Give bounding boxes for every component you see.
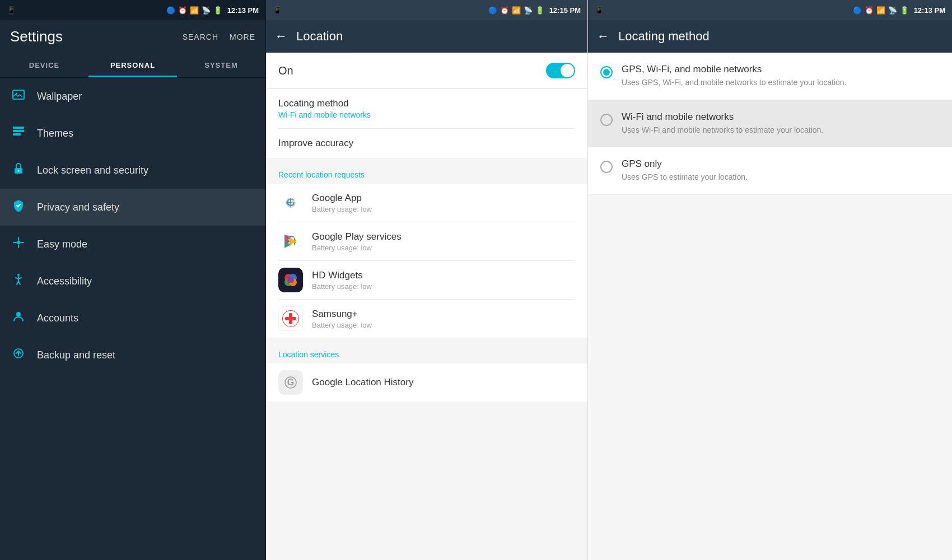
location-services-section: G Google Location History <box>266 363 587 402</box>
bluetooth-icon-2: 🔵 <box>488 6 497 15</box>
wifi-icon-2: 📶 <box>512 6 521 15</box>
status-time-3: 12:13 PM <box>914 6 945 15</box>
option-text-wifi-mobile: Wi-Fi and mobile networks Uses Wi-Fi and… <box>622 111 823 136</box>
tab-system[interactable]: SYSTEM <box>177 53 265 77</box>
play-services-icon <box>278 229 303 254</box>
signal-icon: 📡 <box>202 6 211 15</box>
svg-rect-29 <box>285 317 296 320</box>
option-text-gps-wifi-mobile: GPS, Wi-Fi, and mobile networks Uses GPS… <box>622 64 846 88</box>
bluetooth-icon: 🔵 <box>166 6 175 15</box>
accounts-label: Accounts <box>37 312 78 324</box>
signal-icon-2: 📡 <box>524 6 533 15</box>
menu-item-easy-mode[interactable]: Easy mode <box>0 226 265 263</box>
settings-title: Settings <box>10 28 63 45</box>
bluetooth-icon-3: 🔵 <box>853 6 862 15</box>
locating-method-title: Locating method <box>278 98 575 109</box>
locating-option-gps-wifi-mobile[interactable]: GPS, Wi-Fi, and mobile networks Uses GPS… <box>588 53 952 100</box>
themes-icon <box>10 125 27 142</box>
option-title-gps-only: GPS only <box>622 158 748 170</box>
status-left-3: 📱 <box>595 6 604 15</box>
tab-personal[interactable]: PERSONAL <box>88 53 177 77</box>
locating-method-back-button[interactable]: ← <box>597 29 609 44</box>
locating-method-title: Locating method <box>618 29 710 44</box>
status-bar-1: 📱 🔵 ⏰ 📶 📡 🔋 12:13 PM <box>0 0 265 20</box>
battery-icon: 🔋 <box>213 6 222 15</box>
backup-icon <box>10 347 27 363</box>
svg-rect-4 <box>13 133 21 136</box>
hd-widgets-info: HD Widgets Battery usage: low <box>312 270 372 291</box>
wallpaper-icon <box>10 88 27 105</box>
samsung-battery: Battery usage: low <box>312 321 372 329</box>
radio-gps-wifi-mobile[interactable] <box>600 66 613 78</box>
wifi-icon-3: 📶 <box>876 6 885 15</box>
google-location-history-item[interactable]: G Google Location History <box>266 363 587 402</box>
menu-item-accessibility[interactable]: Accessibility <box>0 263 265 300</box>
wallpaper-label: Wallpaper <box>37 91 82 102</box>
locating-options-list: GPS, Wi-Fi, and mobile networks Uses GPS… <box>588 53 952 560</box>
menu-item-themes[interactable]: Themes <box>0 115 265 152</box>
tab-device[interactable]: DEVICE <box>0 53 88 77</box>
locating-option-gps-only[interactable]: GPS only Uses GPS to estimate your locat… <box>588 147 952 195</box>
option-text-gps-only: GPS only Uses GPS to estimate your locat… <box>622 158 748 183</box>
location-services-header: Location services <box>266 342 587 363</box>
google-location-info: Google Location History <box>312 377 413 388</box>
status-right-3: 🔵 ⏰ 📶 📡 🔋 12:13 PM <box>853 6 945 15</box>
locating-method-panel: 📱 🔵 ⏰ 📶 📡 🔋 12:13 PM ← Locating method G… <box>588 0 952 560</box>
location-toggle[interactable] <box>546 63 575 78</box>
location-back-button[interactable]: ← <box>275 29 287 44</box>
phone-icon: 📱 <box>7 6 16 15</box>
option-desc-wifi-mobile: Uses Wi-Fi and mobile networks to estima… <box>622 125 823 136</box>
hd-widgets-item[interactable]: HD Widgets Battery usage: low <box>266 261 587 299</box>
svg-point-24 <box>287 277 294 283</box>
signal-icon-3: 📡 <box>888 6 897 15</box>
status-right: 🔵 ⏰ 📶 📡 🔋 12:13 PM <box>166 6 259 15</box>
google-app-item[interactable]: G Google App Battery usage: low <box>266 184 587 222</box>
more-button[interactable]: MORE <box>230 32 255 41</box>
samsung-name: Samsung+ <box>312 309 372 320</box>
option-title-gps-wifi-mobile: GPS, Wi-Fi, and mobile networks <box>622 64 846 75</box>
menu-item-wallpaper[interactable]: Wallpaper <box>0 78 265 115</box>
locating-method-subtitle: Wi-Fi and mobile networks <box>278 110 575 119</box>
status-right-2: 🔵 ⏰ 📶 📡 🔋 12:15 PM <box>488 6 581 15</box>
status-bar-2: 📱 🔵 ⏰ 📶 📡 🔋 12:15 PM <box>266 0 587 20</box>
google-location-name: Google Location History <box>312 377 413 388</box>
battery-icon-3: 🔋 <box>900 6 909 15</box>
recent-requests-header: Recent location requests <box>266 162 587 184</box>
samsung-info: Samsung+ Battery usage: low <box>312 309 372 329</box>
status-left-2: 📱 <box>273 6 282 15</box>
settings-panel: 📱 🔵 ⏰ 📶 📡 🔋 12:13 PM Settings SEARCH MOR… <box>0 0 266 560</box>
locating-method-item[interactable]: Locating method Wi-Fi and mobile network… <box>266 89 587 128</box>
recent-apps-section: G Google App Battery usage: low <box>266 184 587 338</box>
google-location-icon: G <box>278 370 303 395</box>
play-services-battery: Battery usage: low <box>312 244 402 252</box>
location-top-bar: ← Location <box>266 20 587 53</box>
status-time-2: 12:15 PM <box>549 6 581 15</box>
menu-item-accounts[interactable]: Accounts <box>0 300 265 337</box>
radio-gps-only[interactable] <box>600 161 613 173</box>
search-button[interactable]: SEARCH <box>183 32 218 41</box>
menu-item-lock-screen[interactable]: Lock screen and security <box>0 152 265 189</box>
menu-item-privacy[interactable]: Privacy and safety <box>0 189 265 226</box>
lock-icon <box>10 162 27 179</box>
play-services-item[interactable]: Google Play services Battery usage: low <box>266 222 587 260</box>
radio-wifi-mobile[interactable] <box>600 114 613 126</box>
svg-text:G: G <box>287 377 294 387</box>
settings-tabs: DEVICE PERSONAL SYSTEM <box>0 53 265 78</box>
hd-widgets-battery: Battery usage: low <box>312 282 372 291</box>
location-panel: 📱 🔵 ⏰ 📶 📡 🔋 12:15 PM ← Location On Locat… <box>266 0 588 560</box>
settings-actions: SEARCH MORE <box>183 32 255 41</box>
easy-mode-label: Easy mode <box>37 239 87 250</box>
backup-label: Backup and reset <box>37 349 115 361</box>
location-title: Location <box>296 29 343 44</box>
svg-point-9 <box>16 312 21 316</box>
locating-method-section: Locating method Wi-Fi and mobile network… <box>266 89 587 158</box>
menu-item-backup[interactable]: Backup and reset <box>0 337 265 374</box>
hd-widgets-name: HD Widgets <box>312 270 372 281</box>
settings-top-bar: Settings SEARCH MORE <box>0 20 265 53</box>
status-time-1: 12:13 PM <box>227 6 259 15</box>
privacy-icon <box>10 199 27 216</box>
phone-icon-2: 📱 <box>273 6 282 15</box>
improve-accuracy-item[interactable]: Improve accuracy <box>266 129 587 158</box>
samsung-item[interactable]: Samsung+ Battery usage: low <box>266 300 587 338</box>
locating-option-wifi-mobile[interactable]: Wi-Fi and mobile networks Uses Wi-Fi and… <box>588 100 952 148</box>
